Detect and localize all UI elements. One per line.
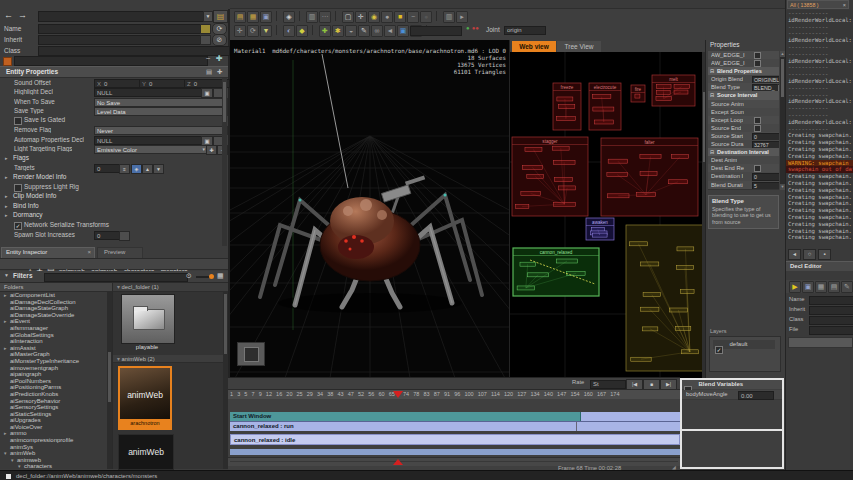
frame-tick[interactable]: 34 [317, 390, 323, 399]
frame-tick[interactable]: 20 [286, 390, 292, 399]
frame-tick[interactable]: 114 [491, 390, 500, 399]
tree-item-animweb[interactable]: ▾animWeb [0, 450, 106, 457]
name-input[interactable] [809, 296, 853, 305]
tree-item-aipaingraph[interactable]: aipaingraph [0, 371, 106, 378]
except-loop-checkbox[interactable] [754, 117, 761, 124]
frame-tick[interactable]: 83 [423, 390, 429, 399]
entity-path-combo[interactable] [38, 11, 208, 22]
asset-group-header[interactable]: ▾ decl_folder (1) [113, 283, 228, 292]
save-is-gated-checkbox[interactable] [14, 117, 22, 125]
aw-edge-i-checkbox[interactable] [754, 60, 761, 67]
decl-editor-titlebar[interactable]: Decl Editor [786, 261, 853, 271]
asset-card-animweb2[interactable]: animWeb [118, 434, 174, 470]
prop-row-source-dura[interactable]: Source Dura32767 [708, 140, 779, 148]
frame-tick[interactable]: 107 [478, 390, 487, 399]
asset-card-playable[interactable] [121, 294, 175, 344]
group-collapse-icon[interactable]: ⊟ [710, 148, 714, 156]
tree-item-aipredictionknobs[interactable]: aiPredictionKnobs [0, 391, 106, 398]
tree-item-animcompressionprofile[interactable]: animcompressionprofile [0, 437, 106, 444]
tree-item-aidamagedeclcollection[interactable]: aiDamageDeclCollection [0, 299, 106, 306]
tree-scrollbar[interactable] [107, 292, 112, 469]
scrub-handle[interactable] [393, 459, 403, 465]
graph-node[interactable] [631, 357, 651, 361]
frame-tick[interactable]: 5 [244, 390, 247, 399]
stepper-button[interactable] [119, 231, 130, 241]
flag-icon[interactable]: ◄ [384, 25, 396, 37]
entity-path-dropdown-button[interactable]: ▼ [203, 11, 213, 22]
copy-icon[interactable]: ▦ [815, 281, 827, 293]
class-input[interactable] [38, 46, 230, 56]
frame-tick[interactable]: 12 [266, 390, 272, 399]
frame-tick[interactable]: 78 [413, 390, 419, 399]
graph-group-stagger[interactable] [512, 137, 588, 216]
panel-add-icon[interactable]: ✚ [217, 68, 222, 76]
frame-tick[interactable]: 1 [230, 390, 233, 399]
tree-item-animweb[interactable]: ▾animweb [0, 457, 106, 464]
node-icon[interactable]: ◆ [296, 25, 308, 37]
frame-tick[interactable]: 91 [444, 390, 450, 399]
edit-icon[interactable]: ✎ [841, 281, 853, 293]
frame-tick[interactable]: 3 [237, 390, 240, 399]
inherit-input[interactable] [809, 306, 853, 315]
new-file-icon[interactable]: ▤ [234, 11, 246, 23]
tree-item-aivoiceover[interactable]: aiVoiceOver [0, 424, 106, 431]
viewport-gizmo-thumbnail[interactable] [237, 342, 265, 366]
prop-value[interactable]: 32767 [752, 141, 779, 148]
spawn-slot-increases-input[interactable]: 0 [94, 231, 122, 240]
prop-row-blend-type[interactable]: Blend TypeBLEND_▾ [708, 83, 779, 91]
graph-node[interactable] [671, 155, 688, 159]
class-filter-input[interactable] [14, 56, 208, 66]
tree-item-aiinteraction[interactable]: aiInteraction [0, 338, 106, 345]
prop-row-destination-i[interactable]: Destination I0 [708, 172, 779, 180]
minus-icon[interactable]: − [407, 11, 419, 23]
frame-tick[interactable]: 47 [348, 390, 354, 399]
frame-tick[interactable]: 87 [434, 390, 440, 399]
inherit-clear-button[interactable] [200, 35, 211, 45]
track-start-window[interactable]: Start Window [230, 412, 680, 421]
add-button[interactable]: ✚ [216, 54, 223, 63]
world-icon[interactable]: ● [381, 11, 393, 23]
class-input[interactable] [809, 316, 853, 325]
y-input[interactable]: Y0 [139, 79, 185, 88]
viewport-canvas[interactable] [230, 40, 509, 378]
blend-icon[interactable]: ◐ [283, 25, 295, 37]
file-input[interactable] [809, 326, 853, 335]
frame-tick[interactable]: 29 [307, 390, 313, 399]
graph-node[interactable] [559, 186, 576, 190]
tab-close-icon[interactable]: × [87, 249, 91, 255]
track-cannon-idle[interactable]: cannon_relaxed : idle [230, 434, 680, 445]
rotate-icon[interactable]: ⟳ [247, 25, 259, 37]
prop-value[interactable]: ORIGINBLE [752, 76, 779, 83]
link-icon[interactable]: ∞ [371, 25, 383, 37]
frame-tick[interactable]: 120 [504, 390, 513, 399]
image-icon[interactable]: ▥ [306, 11, 318, 23]
toolbar-search-input[interactable] [410, 26, 462, 36]
frame-icon[interactable]: ▢ [342, 11, 354, 23]
layer-checkbox[interactable]: ✓ [715, 346, 723, 354]
tree-item-aimastergraph[interactable]: aiMasterGraph [0, 351, 106, 358]
aw-edge-i-checkbox[interactable] [754, 52, 761, 59]
prop-row-dest-anim[interactable]: Dest Anim [708, 156, 779, 164]
collapse-button[interactable]: − [206, 54, 211, 63]
tab-web-view[interactable]: Web view [512, 41, 556, 52]
frame-tick[interactable]: 56 [368, 390, 374, 399]
gear-icon[interactable]: ⊙ [186, 272, 192, 280]
pin-icon[interactable]: ▼ [260, 25, 272, 37]
targets-count[interactable]: 0 [94, 164, 122, 173]
prop-row-source-anim[interactable]: Source Anim [708, 100, 779, 108]
layer-row-default[interactable]: ✓ default [713, 340, 775, 349]
tab-entity-inspector[interactable]: Entity Inspector × [1, 247, 95, 258]
layout-icon[interactable]: ▥ [443, 11, 455, 23]
frame-tick[interactable]: 147 [557, 390, 566, 399]
x-input[interactable]: X0 [94, 79, 140, 88]
frame-tick[interactable]: 140 [544, 390, 553, 399]
tree-item-animsys[interactable]: animSys [0, 444, 106, 451]
suppress-light-rig-checkbox[interactable] [14, 184, 22, 192]
frame-tick[interactable]: 167 [597, 390, 606, 399]
light-targeting-flags-select[interactable]: Emissive Color▼ [94, 145, 208, 154]
frame-tick[interactable]: 160 [584, 390, 593, 399]
automap-properties-decl-input[interactable]: NULL [94, 136, 204, 145]
prop-value[interactable]: 0 [752, 133, 779, 140]
group-collapse-icon[interactable]: ⊟ [710, 91, 714, 99]
frame-tick[interactable]: 38 [327, 390, 333, 399]
